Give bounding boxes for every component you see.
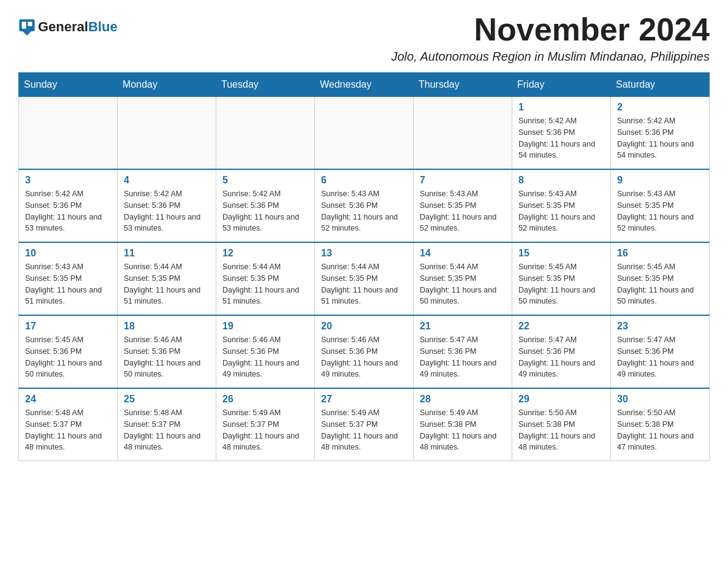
calendar-cell: 6Sunrise: 5:43 AMSunset: 5:36 PMDaylight… [315, 169, 414, 242]
day-info: Sunrise: 5:46 AMSunset: 5:36 PMDaylight:… [321, 334, 407, 380]
day-number: 23 [617, 321, 703, 332]
day-info: Sunrise: 5:45 AMSunset: 5:35 PMDaylight:… [518, 261, 604, 307]
day-info: Sunrise: 5:43 AMSunset: 5:36 PMDaylight:… [321, 188, 407, 234]
calendar-cell: 26Sunrise: 5:49 AMSunset: 5:37 PMDayligh… [216, 388, 315, 461]
calendar-cell [315, 97, 414, 170]
day-number: 15 [518, 248, 604, 259]
calendar-cell: 17Sunrise: 5:45 AMSunset: 5:36 PMDayligh… [19, 315, 118, 388]
day-number: 27 [321, 394, 407, 405]
calendar-cell: 11Sunrise: 5:44 AMSunset: 5:35 PMDayligh… [118, 242, 216, 315]
calendar-cell [414, 97, 512, 170]
day-info: Sunrise: 5:42 AMSunset: 5:36 PMDaylight:… [25, 188, 111, 234]
day-info: Sunrise: 5:48 AMSunset: 5:37 PMDaylight:… [124, 407, 210, 453]
svg-rect-0 [19, 19, 34, 31]
calendar-cell: 5Sunrise: 5:42 AMSunset: 5:36 PMDaylight… [216, 169, 315, 242]
day-info: Sunrise: 5:42 AMSunset: 5:36 PMDaylight:… [222, 188, 308, 234]
day-info: Sunrise: 5:44 AMSunset: 5:35 PMDaylight:… [321, 261, 407, 307]
calendar-cell: 21Sunrise: 5:47 AMSunset: 5:36 PMDayligh… [414, 315, 512, 388]
calendar-cell: 28Sunrise: 5:49 AMSunset: 5:38 PMDayligh… [414, 388, 512, 461]
calendar-header: SundayMondayTuesdayWednesdayThursdayFrid… [19, 73, 710, 97]
calendar-week-1: 1Sunrise: 5:42 AMSunset: 5:36 PMDaylight… [19, 97, 710, 170]
calendar-cell [118, 97, 216, 170]
day-info: Sunrise: 5:48 AMSunset: 5:37 PMDaylight:… [25, 407, 111, 453]
logo: GeneralBlue [18, 18, 118, 36]
day-header-row: SundayMondayTuesdayWednesdayThursdayFrid… [19, 73, 710, 97]
day-header-monday: Monday [118, 73, 216, 97]
calendar-body: 1Sunrise: 5:42 AMSunset: 5:36 PMDaylight… [19, 97, 710, 461]
calendar-cell: 23Sunrise: 5:47 AMSunset: 5:36 PMDayligh… [611, 315, 710, 388]
day-number: 22 [518, 321, 604, 332]
day-header-sunday: Sunday [19, 73, 118, 97]
calendar-title: November 2024 [391, 12, 710, 47]
day-info: Sunrise: 5:46 AMSunset: 5:36 PMDaylight:… [222, 334, 308, 380]
calendar-cell: 24Sunrise: 5:48 AMSunset: 5:37 PMDayligh… [19, 388, 118, 461]
day-number: 7 [420, 175, 506, 186]
day-info: Sunrise: 5:43 AMSunset: 5:35 PMDaylight:… [518, 188, 604, 234]
day-number: 6 [321, 175, 407, 186]
day-header-saturday: Saturday [611, 73, 710, 97]
day-number: 26 [222, 394, 308, 405]
day-info: Sunrise: 5:45 AMSunset: 5:35 PMDaylight:… [617, 261, 703, 307]
day-number: 5 [222, 175, 308, 186]
day-info: Sunrise: 5:42 AMSunset: 5:36 PMDaylight:… [518, 115, 604, 161]
calendar-cell: 22Sunrise: 5:47 AMSunset: 5:36 PMDayligh… [512, 315, 611, 388]
page-header: GeneralBlue November 2024 Jolo, Autonomo… [18, 12, 710, 64]
calendar-cell: 19Sunrise: 5:46 AMSunset: 5:36 PMDayligh… [216, 315, 315, 388]
day-number: 3 [25, 175, 111, 186]
calendar-cell: 14Sunrise: 5:44 AMSunset: 5:35 PMDayligh… [414, 242, 512, 315]
calendar-cell: 2Sunrise: 5:42 AMSunset: 5:36 PMDaylight… [611, 97, 710, 170]
calendar-cell: 27Sunrise: 5:49 AMSunset: 5:37 PMDayligh… [315, 388, 414, 461]
svg-rect-3 [28, 22, 32, 26]
day-number: 2 [617, 102, 703, 113]
day-info: Sunrise: 5:43 AMSunset: 5:35 PMDaylight:… [617, 188, 703, 234]
day-number: 4 [124, 175, 210, 186]
calendar-cell: 10Sunrise: 5:43 AMSunset: 5:35 PMDayligh… [19, 242, 118, 315]
calendar-cell [216, 97, 315, 170]
calendar-cell: 4Sunrise: 5:42 AMSunset: 5:36 PMDaylight… [118, 169, 216, 242]
calendar-cell: 3Sunrise: 5:42 AMSunset: 5:36 PMDaylight… [19, 169, 118, 242]
calendar-cell: 13Sunrise: 5:44 AMSunset: 5:35 PMDayligh… [315, 242, 414, 315]
calendar-cell: 15Sunrise: 5:45 AMSunset: 5:35 PMDayligh… [512, 242, 611, 315]
day-info: Sunrise: 5:47 AMSunset: 5:36 PMDaylight:… [617, 334, 703, 380]
calendar-cell: 29Sunrise: 5:50 AMSunset: 5:38 PMDayligh… [512, 388, 611, 461]
day-number: 10 [25, 248, 111, 259]
day-number: 18 [124, 321, 210, 332]
day-info: Sunrise: 5:46 AMSunset: 5:36 PMDaylight:… [124, 334, 210, 380]
day-number: 19 [222, 321, 308, 332]
calendar-cell: 1Sunrise: 5:42 AMSunset: 5:36 PMDaylight… [512, 97, 611, 170]
calendar-cell: 20Sunrise: 5:46 AMSunset: 5:36 PMDayligh… [315, 315, 414, 388]
day-info: Sunrise: 5:47 AMSunset: 5:36 PMDaylight:… [420, 334, 506, 380]
day-number: 29 [518, 394, 604, 405]
calendar-week-3: 10Sunrise: 5:43 AMSunset: 5:35 PMDayligh… [19, 242, 710, 315]
calendar-cell [19, 97, 118, 170]
calendar-cell: 9Sunrise: 5:43 AMSunset: 5:35 PMDaylight… [611, 169, 710, 242]
svg-marker-1 [23, 31, 31, 36]
title-block: November 2024 Jolo, Autonomous Region in… [391, 12, 710, 64]
day-info: Sunrise: 5:49 AMSunset: 5:37 PMDaylight:… [222, 407, 308, 453]
calendar-cell: 8Sunrise: 5:43 AMSunset: 5:35 PMDaylight… [512, 169, 611, 242]
day-number: 20 [321, 321, 407, 332]
day-number: 16 [617, 248, 703, 259]
calendar-cell: 25Sunrise: 5:48 AMSunset: 5:37 PMDayligh… [118, 388, 216, 461]
calendar-cell: 30Sunrise: 5:50 AMSunset: 5:38 PMDayligh… [611, 388, 710, 461]
day-header-friday: Friday [512, 73, 611, 97]
calendar-week-2: 3Sunrise: 5:42 AMSunset: 5:36 PMDaylight… [19, 169, 710, 242]
day-number: 24 [25, 394, 111, 405]
calendar-cell: 7Sunrise: 5:43 AMSunset: 5:35 PMDaylight… [414, 169, 512, 242]
day-info: Sunrise: 5:44 AMSunset: 5:35 PMDaylight:… [420, 261, 506, 307]
calendar-cell: 16Sunrise: 5:45 AMSunset: 5:35 PMDayligh… [611, 242, 710, 315]
day-info: Sunrise: 5:42 AMSunset: 5:36 PMDaylight:… [124, 188, 210, 234]
day-number: 9 [617, 175, 703, 186]
day-info: Sunrise: 5:44 AMSunset: 5:35 PMDaylight:… [222, 261, 308, 307]
day-header-thursday: Thursday [414, 73, 512, 97]
day-info: Sunrise: 5:47 AMSunset: 5:36 PMDaylight:… [518, 334, 604, 380]
day-number: 17 [25, 321, 111, 332]
day-number: 8 [518, 175, 604, 186]
day-info: Sunrise: 5:50 AMSunset: 5:38 PMDaylight:… [518, 407, 604, 453]
day-info: Sunrise: 5:50 AMSunset: 5:38 PMDaylight:… [617, 407, 703, 453]
day-number: 11 [124, 248, 210, 259]
day-number: 1 [518, 102, 604, 113]
calendar-cell: 12Sunrise: 5:44 AMSunset: 5:35 PMDayligh… [216, 242, 315, 315]
calendar-subtitle: Jolo, Autonomous Region in Muslim Mindan… [391, 50, 710, 64]
svg-rect-2 [22, 22, 26, 29]
